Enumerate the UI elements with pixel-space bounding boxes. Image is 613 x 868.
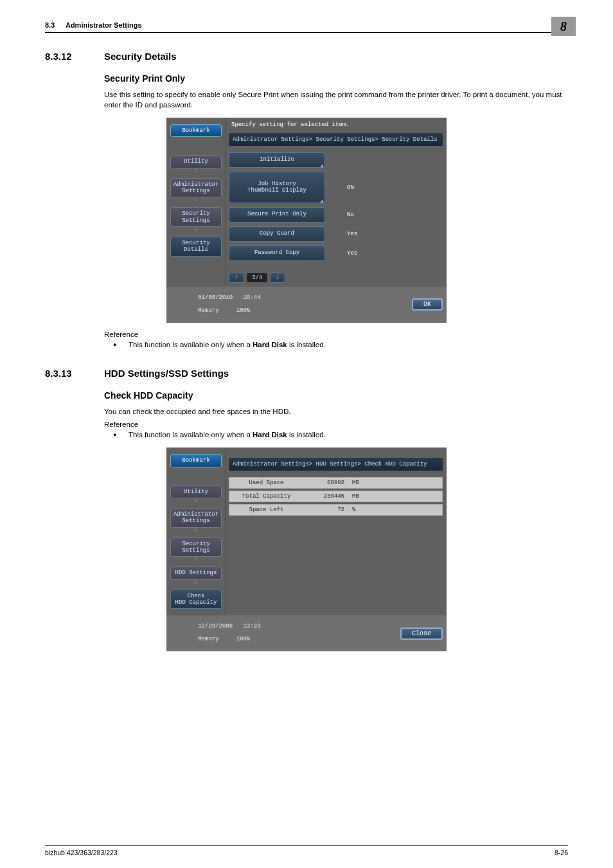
job-history-thumbnail-label: Job History Thumbnail Display	[247, 181, 306, 194]
used-space-value: 68992	[303, 478, 348, 488]
pager: ↑ 3/4 ↓	[229, 273, 285, 283]
sidebar-item-utility[interactable]: Utility	[170, 485, 222, 498]
secure-print-only-value: No	[347, 212, 354, 218]
section-number: 8.3.13	[45, 368, 104, 379]
bookmark-button[interactable]: Bookmark	[170, 454, 222, 467]
chapter-number-box: 8	[551, 17, 576, 36]
sidebar-item-check-hdd-capacity[interactable]: Check HDD Capacity	[170, 590, 222, 610]
page-indicator: 3/4	[247, 273, 267, 282]
sidebar-item-utility[interactable]: Utility	[170, 155, 222, 168]
initialize-button[interactable]: Initialize	[229, 152, 325, 168]
chevron-down-icon: ↓	[169, 579, 223, 586]
ref-bold: Hard Disk	[253, 341, 287, 348]
section-title: Security Details	[104, 51, 177, 62]
section-number: 8.3.12	[45, 51, 104, 62]
total-capacity-unit: MB	[348, 491, 363, 502]
sidebar-item-hdd-settings[interactable]: HDD Settings	[170, 566, 222, 579]
used-space-unit: MB	[348, 478, 363, 488]
body-paragraph: You can check the occupied and free spac…	[104, 407, 568, 417]
sidebar-item-security-settings[interactable]: Security Settings	[170, 207, 222, 227]
password-copy-value: Yes	[347, 250, 357, 257]
bookmark-button[interactable]: Bookmark	[170, 124, 222, 137]
section-heading-hdd-settings: 8.3.13 HDD Settings/SSD Settings	[45, 368, 568, 379]
reference-label: Reference	[104, 330, 568, 338]
sidebar-item-admin-settings[interactable]: Administrator Settings	[170, 508, 222, 528]
section-title: HDD Settings/SSD Settings	[104, 368, 229, 379]
footer-time: 18:44	[243, 294, 260, 301]
section-heading-security-details: 8.3.12 Security Details	[45, 51, 568, 62]
secure-print-only-button[interactable]: Secure Print Only	[229, 207, 325, 222]
body-paragraph: Use this setting to specify to enable on…	[104, 90, 568, 110]
printer-panel-check-hdd-capacity: Bookmark Utility ↓ Administrator Setting…	[166, 448, 447, 651]
footer-memory-label: Memory	[198, 636, 218, 642]
footer-memory-value: 100%	[236, 636, 251, 642]
ok-button[interactable]: OK	[412, 298, 443, 311]
ref-text: is installed.	[287, 341, 326, 348]
password-copy-button[interactable]: Password Copy	[229, 246, 325, 261]
page-header: 8.3 Administrator Settings 8	[45, 21, 568, 33]
footer-memory-label: Memory	[198, 307, 218, 314]
chevron-down-icon: ↓	[169, 167, 223, 174]
sidebar-item-admin-settings[interactable]: Administrator Settings	[170, 178, 222, 198]
footer-memory-value: 100%	[236, 307, 251, 314]
job-history-thumbnail-button[interactable]: Job History Thumbnail Display	[229, 172, 325, 204]
footer-time: 13:23	[243, 623, 260, 629]
space-left-label: Space Left	[229, 505, 303, 515]
ref-bold: Hard Disk	[253, 431, 287, 439]
close-button[interactable]: Close	[400, 628, 443, 640]
sidebar-item-security-settings[interactable]: Security Settings	[170, 538, 222, 557]
subsection-title-check-hdd-capacity: Check HDD Capacity	[104, 390, 568, 401]
footer-model: bizhub 423/363/283/223	[45, 849, 118, 856]
chevron-down-icon: ↓	[169, 226, 223, 233]
ref-text: is installed.	[287, 431, 326, 439]
footer-page-number: 8-26	[555, 849, 568, 856]
chevron-down-icon: ↓	[169, 556, 223, 563]
initialize-label: Initialize	[260, 156, 294, 163]
space-left-value: 72	[303, 505, 348, 515]
chevron-down-icon: ↓	[169, 497, 223, 504]
footer-date: 12/29/2009	[198, 623, 233, 629]
ref-text: This function is available only when a	[129, 341, 253, 348]
job-history-thumbnail-value: ON	[347, 185, 354, 191]
row-used-space: Used Space 68992 MB	[229, 477, 443, 489]
page-down-button[interactable]: ↓	[270, 273, 285, 283]
page-up-button[interactable]: ↑	[229, 273, 244, 283]
row-total-capacity: Total Capacity 238446 MB	[229, 491, 443, 502]
space-left-unit: %	[348, 505, 359, 515]
copy-guard-button[interactable]: Copy Guard	[229, 226, 325, 242]
printer-panel-security-details: Bookmark Utility ↓ Administrator Setting…	[166, 118, 447, 323]
chevron-down-icon: ↓	[169, 196, 223, 203]
panel-footer: 12/29/2009 13:23 Memory 100% Close	[166, 615, 447, 651]
subsection-title-security-print-only: Security Print Only	[104, 73, 568, 84]
breadcrumb: Administrator Settings> Security Setting…	[229, 133, 443, 146]
row-space-left: Space Left 72 %	[229, 504, 443, 516]
header-section-number: 8.3	[45, 21, 55, 29]
reference-item: This function is available only when a H…	[104, 339, 568, 350]
ref-text: This function is available only when a	[129, 431, 253, 439]
sidebar-item-security-details[interactable]: Security Details	[170, 237, 222, 257]
footer-date: 01/08/2010	[198, 294, 233, 301]
reference-item: This function is available only when a H…	[104, 429, 568, 440]
used-space-label: Used Space	[229, 478, 303, 488]
breadcrumb: Administrator Settings> HDD Settings> Ch…	[229, 458, 443, 471]
header-section-title: Administrator Settings	[66, 21, 142, 29]
instruction-text: Specify setting for selected item.	[229, 120, 443, 133]
reference-label: Reference	[104, 420, 568, 428]
page-footer: bizhub 423/363/283/223 8-26	[45, 845, 568, 856]
panel-footer: 01/08/2010 18:44 Memory 100% OK	[166, 287, 447, 322]
total-capacity-label: Total Capacity	[229, 491, 303, 502]
total-capacity-value: 238446	[303, 491, 348, 502]
chevron-down-icon: ↓	[169, 527, 223, 534]
copy-guard-value: Yes	[347, 231, 357, 237]
